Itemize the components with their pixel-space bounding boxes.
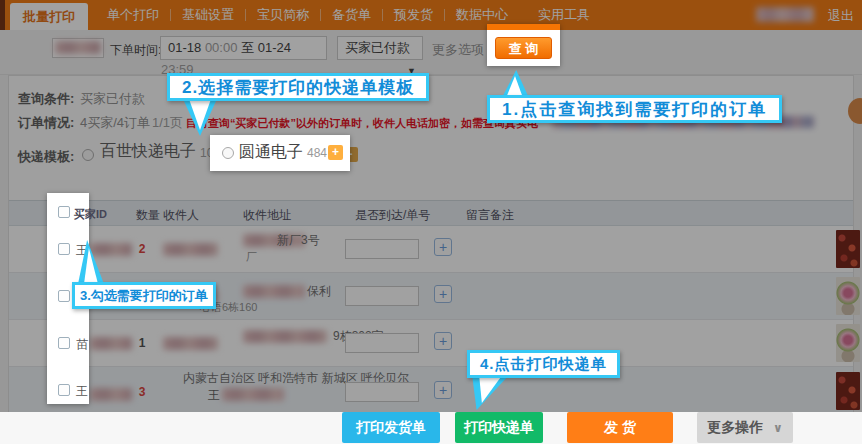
row-checkbox[interactable] [58, 290, 70, 302]
annotation-step-1: 1.点击查询找到需要打印的订单 [487, 95, 782, 123]
ship-button[interactable]: 发 货 [567, 412, 673, 443]
query-highlight: 查 询 [487, 24, 560, 66]
template-highlight: 圆通电子 484 + [210, 135, 350, 171]
header-buyer-id: 买家ID [74, 207, 107, 222]
add-template-button[interactable]: + [328, 145, 343, 160]
query-button[interactable]: 查 询 [495, 37, 552, 59]
annotation-step-4: 4.点击打印快递单 [467, 350, 620, 378]
template-radio-yto[interactable] [222, 147, 234, 159]
print-express-button[interactable]: 打印快递单 [455, 412, 543, 443]
print-invoice-button[interactable]: 打印发货单 [342, 412, 440, 443]
nav-strip [487, 24, 560, 30]
template-count-yto: 484 [307, 146, 327, 160]
footer-actions: 打印发货单 打印快递单 发 货 更多操作 ∨ [0, 412, 862, 444]
app-window: 批量打印 单个打印 基础设置 宝贝简称 备货单 预发货 数据中心 实用工具 退出… [0, 0, 862, 444]
more-actions-button[interactable]: 更多操作 ∨ [697, 412, 793, 443]
buyer-id-visible: 苗 [76, 336, 88, 353]
annotation-step-3: 3.勾选需要打印的订单 [72, 282, 216, 309]
annotation-step-2: 2.选择需要打印的快递单模板 [167, 73, 429, 101]
row-checkbox[interactable] [58, 243, 70, 255]
select-all-checkbox[interactable] [58, 206, 70, 218]
template-name-yto[interactable]: 圆通电子 [239, 142, 303, 163]
more-actions-label: 更多操作 [707, 419, 763, 435]
row-checkbox[interactable] [58, 337, 70, 349]
chevron-down-icon: ∨ [773, 421, 783, 435]
row-checkbox[interactable] [58, 384, 70, 396]
buyer-id-visible: 王 [76, 383, 88, 400]
tutorial-dim-overlay [0, 0, 862, 412]
